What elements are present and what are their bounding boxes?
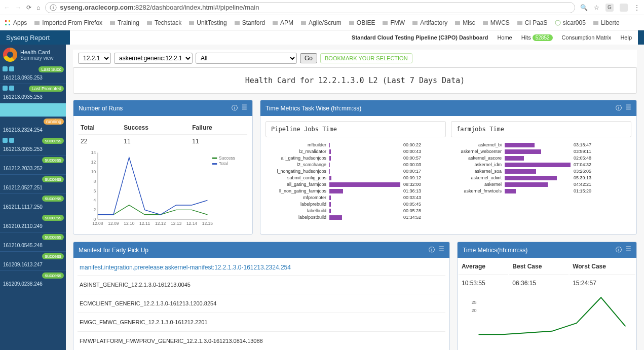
nav-home-icon[interactable]: ⌂ [36, 4, 40, 11]
version-select[interactable]: 12.2.1.3.0 [78, 53, 111, 64]
sidebar-item[interactable]: success161209.1613.247 [0, 251, 66, 270]
address-bar[interactable]: syseng.oraclecorp.com:8282/dashboard/ind… [45, 2, 575, 13]
bookmark-item[interactable]: Apps [4, 19, 27, 26]
bookmark-item[interactable]: MWCS [482, 19, 510, 26]
svg-rect-16 [301, 21, 303, 22]
sidebar-item[interactable]: success161210.0545.248 [0, 232, 66, 251]
svg-rect-3 [34, 21, 40, 25]
menu-icon[interactable]: ☰ [242, 104, 247, 112]
search-icon[interactable]: 🔍 [580, 4, 588, 11]
folder-icon [188, 20, 195, 26]
nav-matrix[interactable]: Consumption Matrix [562, 34, 612, 41]
bookmark-item[interactable]: Misc [454, 19, 475, 26]
nav-reload-icon[interactable]: ⟳ [26, 4, 31, 11]
hbar-value: 03:26:05 [574, 169, 591, 174]
sidebar-item[interactable]: running161213.2324.254 [0, 116, 66, 136]
bookmark-item[interactable]: Liberte [593, 19, 620, 26]
sidebar-item[interactable]: Last Succ161213.0935.253 [0, 65, 66, 84]
sidebar-head[interactable]: Health Card Summary view [0, 45, 66, 65]
mini-badge-icon [9, 86, 14, 91]
ext-icon-1[interactable]: G [605, 4, 614, 12]
hbar-label: askernel_odiint [451, 175, 502, 180]
bookmark-item[interactable]: Imported From Firefox [34, 19, 102, 26]
hbar-value: 03:59:11 [574, 149, 591, 154]
nav-forward-icon[interactable]: → [15, 4, 21, 11]
bookmark-item[interactable]: APM [272, 19, 293, 26]
bookmark-item[interactable]: Stanford [234, 19, 265, 26]
hbar-row: l2_mvalidator00:00:43 [266, 149, 446, 154]
bookmark-item[interactable]: Artifactory [412, 19, 447, 26]
hbar-row: all_gating_farmjobs08:32:00 [266, 182, 446, 187]
sidebar-item[interactable]: success161209.0238.246 [0, 270, 66, 290]
hbar-label: askernel_soa [451, 169, 502, 174]
scope-select[interactable]: All [196, 53, 297, 64]
star-icon[interactable]: ☆ [594, 4, 599, 11]
ext-icon-2[interactable] [620, 4, 628, 12]
status-badge: success [42, 176, 64, 182]
sidebar-item[interactable]: success161212.2033.252 [0, 155, 66, 174]
app-title[interactable]: Syseng Report [6, 34, 72, 42]
bookmark-button[interactable]: BOOKMARK YOUR SELECTION [320, 53, 412, 63]
hbar-row: askernel_fmwtools01:15:20 [451, 188, 631, 193]
browser-toolbar: ← → ⟳ ⌂ syseng.oraclecorp.com:8282/dashb… [0, 0, 644, 15]
hbar-track [505, 189, 571, 193]
info-icon[interactable]: ⓘ [232, 104, 238, 112]
info-icon[interactable]: ⓘ [616, 104, 622, 112]
bookmark-item[interactable]: OBIEE [349, 19, 375, 26]
status-badge: success [42, 138, 64, 144]
nav-back-icon[interactable]: ← [4, 4, 10, 11]
menu-icon[interactable]: ☰ [626, 104, 631, 112]
globe-icon [555, 20, 561, 26]
sidebar-item[interactable]: success161212.0527.251 [0, 174, 66, 193]
hbar-row: l2_scmchange00:00:03 [266, 162, 446, 167]
bookmark-item[interactable]: Agile/Scrum [300, 19, 342, 26]
svg-rect-17 [349, 21, 354, 25]
hbar-label: l2_mvalidator [266, 149, 326, 154]
sidebar-item[interactable]: success161210.2110.249 [0, 213, 66, 232]
farmjobs-chart: askernel_bi03:18:47askernel_webcenter03:… [451, 142, 631, 193]
menu-icon[interactable]: ☰ [439, 246, 444, 254]
svg-rect-8 [147, 21, 149, 22]
bookmark-item[interactable]: slcar005 [555, 19, 586, 26]
svg-text:12.15: 12.15 [202, 221, 213, 226]
panel-title: Number of Runs [79, 105, 232, 112]
sidebar-item[interactable]: success161211.1117.250 [0, 193, 66, 213]
svg-rect-21 [412, 21, 418, 25]
hbar-row: labelbuild00:05:28 [266, 208, 446, 213]
svg-text:6: 6 [93, 188, 96, 193]
go-button[interactable]: Go [300, 53, 317, 63]
bookmark-item[interactable]: UnitTesting [188, 19, 226, 26]
panel-manifest: Manifest for Early Pick Up ⓘ ☰ manifest.… [73, 242, 450, 350]
sidebar-item[interactable]: Last Promoted161213.0935.253 [0, 84, 66, 103]
info-icon[interactable]: ⓘ [616, 246, 622, 254]
menu-icon[interactable]: ☰ [626, 246, 631, 254]
svg-rect-25 [483, 21, 488, 25]
info-icon[interactable]: ⓘ [429, 246, 435, 254]
hbar-row: askernel_idm07:04:32 [451, 162, 631, 167]
menu-icon[interactable]: ⋮ [634, 4, 640, 11]
nav-home[interactable]: Home [497, 34, 512, 41]
svg-point-29 [555, 20, 560, 25]
bookmark-item[interactable]: CI PaaS [517, 19, 548, 26]
svg-rect-9 [189, 21, 194, 25]
sidebar-item-label: 161213.0935.253 [3, 146, 43, 152]
svg-rect-1 [53, 7, 54, 9]
sidebar-item-label: 161213.0935.253 [3, 94, 43, 100]
hbar-track [505, 163, 571, 167]
svg-rect-2 [53, 6, 54, 6]
pipeline-select[interactable]: askernel:generic:12.2.1.3.0 [114, 53, 193, 64]
status-badge: Last Promoted [29, 86, 64, 92]
bookmark-item[interactable]: Techstack [146, 19, 181, 26]
folder-icon [412, 20, 418, 26]
manifest-row: FMWPLATFORM_FMWPROV_GENERIC_12.2.1.3.0-1… [78, 332, 445, 350]
sidebar-item[interactable]: success161213.0935.253 [0, 136, 66, 155]
nav-help[interactable]: Help [620, 34, 632, 41]
manifest-link[interactable]: manifest.integration.prerelease:askernel… [78, 260, 445, 276]
svg-rect-6 [110, 21, 112, 22]
hbar-track [505, 143, 571, 147]
bookmark-item[interactable]: FMW [382, 19, 405, 26]
sidebar-item[interactable] [0, 103, 66, 116]
svg-text:8: 8 [93, 179, 96, 184]
svg-text:Success: Success [219, 155, 235, 161]
bookmark-item[interactable]: Training [109, 19, 139, 26]
